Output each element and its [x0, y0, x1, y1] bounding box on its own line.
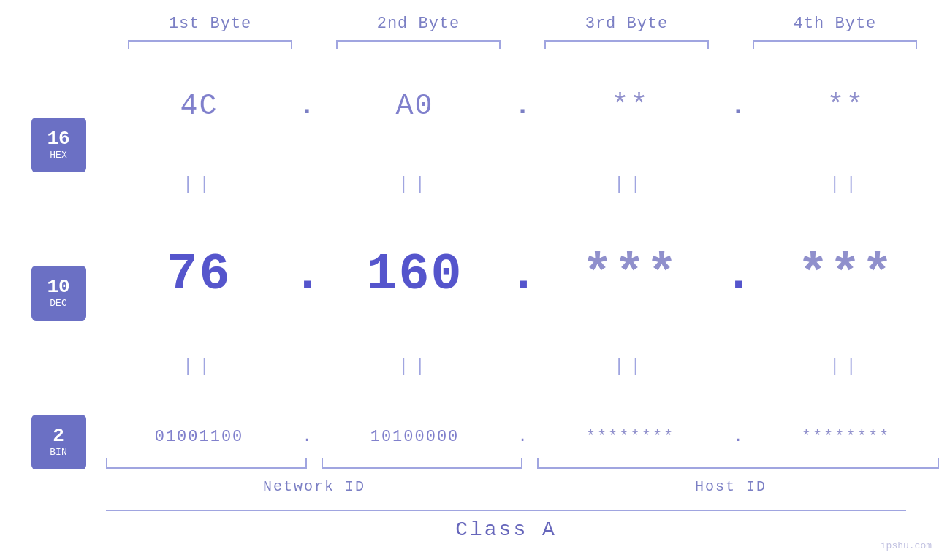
watermark: ipshu.com	[881, 540, 932, 551]
bin-value-4: ********	[802, 428, 891, 446]
bracket-2	[336, 40, 501, 49]
bin-sep-1: .	[292, 428, 322, 446]
bin-sep-3: .	[723, 428, 753, 446]
bracket-4	[753, 40, 917, 49]
bin-badge-label: BIN	[50, 447, 66, 458]
bin-cell-3: ********	[537, 428, 723, 446]
bin-badge: 2 BIN	[31, 415, 86, 469]
hex-badge-number: 16	[47, 129, 69, 148]
hex-sep-3: .	[723, 91, 753, 121]
byte2-header: 2nd Byte	[314, 15, 522, 33]
dec-cell-3: ***	[537, 246, 723, 304]
bin-cell-4: ********	[753, 428, 939, 446]
bracket-1	[128, 40, 292, 49]
dec-cell-4: ***	[753, 246, 939, 304]
eq2-4: ||	[753, 356, 939, 376]
network-bracket-1	[106, 458, 307, 469]
eq2-2: ||	[322, 356, 508, 376]
bottom-brackets-row	[106, 458, 939, 472]
eq2-1: ||	[106, 356, 292, 376]
hex-value-3: **	[611, 90, 649, 123]
dec-sep-3: .	[723, 246, 753, 304]
hex-badge-label: HEX	[50, 150, 66, 161]
bin-cell-2: 10100000	[322, 428, 508, 446]
dec-value-3: ***	[582, 246, 678, 304]
byte4-header: 4th Byte	[731, 15, 939, 33]
dec-badge-label: DEC	[50, 298, 66, 309]
bracket-gap-2	[522, 458, 537, 472]
dec-value-2: 160	[366, 246, 463, 304]
network-bracket-2	[322, 458, 522, 469]
bin-badge-number: 2	[53, 426, 64, 445]
byte-headers: 1st Byte 2nd Byte 3rd Byte 4th Byte	[106, 0, 939, 33]
bin-value-3: ********	[586, 428, 675, 446]
equals-row-2: || || || ||	[106, 356, 939, 376]
bracket-gap-1	[307, 458, 322, 472]
equals-row-1: || || || ||	[106, 174, 939, 194]
hex-badge: 16 HEX	[31, 118, 86, 172]
top-brackets	[106, 40, 939, 49]
hex-cell-3: **	[537, 90, 723, 123]
byte3-header: 3rd Byte	[522, 15, 731, 33]
eq1-3: ||	[537, 174, 723, 194]
class-label: Class A	[455, 518, 557, 541]
hex-cell-1: 4C	[106, 90, 292, 123]
bin-value-1: 01001100	[155, 428, 244, 446]
dec-sep-1: .	[292, 246, 322, 304]
bottom-area: Network ID Host ID Class A	[106, 458, 939, 560]
hex-row: 4C . A0 . ** . **	[106, 90, 939, 123]
badges-column: 16 HEX 10 DEC 2 BIN	[0, 64, 106, 560]
hex-sep-1: .	[292, 91, 322, 121]
hex-value-1: 4C	[180, 90, 218, 123]
id-labels-row: Network ID Host ID	[106, 478, 939, 495]
dec-cell-2: 160	[322, 246, 508, 304]
dec-badge: 10 DEC	[31, 266, 86, 321]
hex-value-4: **	[826, 90, 864, 123]
dec-row: 76 . 160 . *** . ***	[106, 246, 939, 304]
hex-cell-4: **	[753, 90, 939, 123]
bin-cell-1: 01001100	[106, 428, 292, 446]
hex-value-2: A0	[395, 90, 433, 123]
eq1-1: ||	[106, 174, 292, 194]
host-id-label: Host ID	[522, 478, 939, 495]
network-id-label: Network ID	[106, 478, 522, 495]
dec-value-1: 76	[167, 246, 231, 304]
bin-row: 01001100 . 10100000 . ******** . *******…	[106, 428, 939, 446]
dec-cell-1: 76	[106, 246, 292, 304]
class-section: Class A	[106, 510, 906, 541]
hex-cell-2: A0	[322, 90, 508, 123]
main-container: 1st Byte 2nd Byte 3rd Byte 4th Byte 16 H…	[0, 0, 939, 560]
dec-sep-2: .	[508, 246, 537, 304]
eq2-3: ||	[537, 356, 723, 376]
dec-value-4: ***	[797, 246, 894, 304]
host-bracket	[537, 458, 939, 469]
byte1-header: 1st Byte	[106, 15, 314, 33]
eq1-4: ||	[753, 174, 939, 194]
dec-badge-number: 10	[47, 277, 69, 296]
bracket-3	[544, 40, 709, 49]
bin-value-2: 10100000	[370, 428, 460, 446]
eq1-2: ||	[322, 174, 508, 194]
bin-sep-2: .	[508, 428, 537, 446]
hex-sep-2: .	[508, 91, 537, 121]
